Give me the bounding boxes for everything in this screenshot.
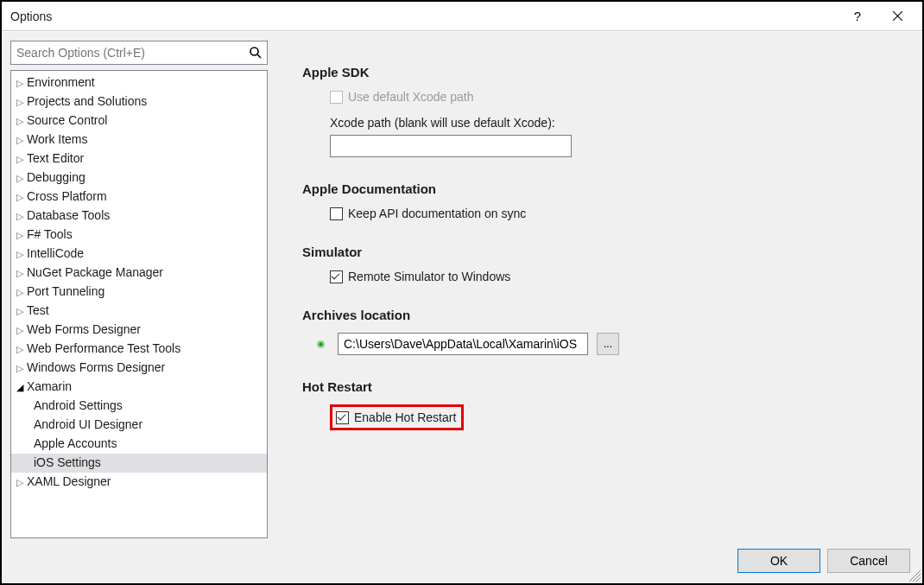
svg-point-0	[250, 48, 258, 55]
xcode-path-label: Xcode path (blank will use default Xcode…	[330, 116, 896, 130]
archives-path-input[interactable]	[338, 333, 588, 355]
tree-item-debugging[interactable]: ▷Debugging	[11, 169, 267, 188]
help-button[interactable]: ?	[838, 3, 877, 30]
section-archives: Archives location	[302, 308, 896, 322]
section-hot-restart: Hot Restart	[302, 379, 896, 394]
tree-item-android-ui[interactable]: Android UI Designer	[11, 416, 267, 435]
tree-item-web-perf[interactable]: ▷Web Performance Test Tools	[11, 340, 267, 359]
tree-item-web-forms[interactable]: ▷Web Forms Designer	[11, 321, 267, 340]
enable-hot-restart-label: Enable Hot Restart	[354, 410, 456, 424]
tree-item-intellicode[interactable]: ▷IntelliCode	[11, 245, 267, 264]
tree-item-ios-settings[interactable]: iOS Settings	[11, 454, 267, 473]
xcode-path-input[interactable]	[330, 135, 572, 157]
close-button[interactable]	[877, 3, 917, 30]
tree-item-test[interactable]: ▷Test	[11, 302, 267, 321]
tree-item-apple-accounts[interactable]: Apple Accounts	[11, 435, 267, 454]
dialog-footer: OK Cancel	[2, 538, 922, 583]
tree-item-text-editor[interactable]: ▷Text Editor	[11, 149, 267, 169]
remote-simulator-label: Remote Simulator to Windows	[348, 270, 510, 283]
titlebar: Options ?	[2, 2, 922, 31]
nav-panel: ▷Environment ▷Projects and Solutions ▷So…	[10, 41, 268, 538]
tree-item-xamarin[interactable]: ◢Xamarin	[11, 378, 267, 397]
tree-item-xaml-designer[interactable]: ▷XAML Designer	[11, 473, 267, 492]
tree-item-android-settings[interactable]: Android Settings	[11, 397, 267, 416]
search-box	[10, 41, 268, 65]
keep-api-sync-label: Keep API documentation on sync	[348, 207, 526, 220]
tree-item-database-tools[interactable]: ▷Database Tools	[11, 207, 267, 226]
tree-item-winforms[interactable]: ▷Windows Forms Designer	[11, 359, 267, 378]
tree-item-environment[interactable]: ▷Environment	[11, 73, 267, 92]
status-dot-icon	[318, 341, 324, 347]
use-default-xcode-checkbox	[330, 91, 343, 104]
tree-item-fsharp[interactable]: ▷F# Tools	[11, 226, 267, 245]
window-title: Options	[10, 10, 52, 23]
hot-restart-highlight: Enable Hot Restart	[330, 404, 464, 430]
cancel-button[interactable]: Cancel	[827, 549, 910, 573]
section-simulator: Simulator	[302, 245, 896, 259]
tree-item-work-items[interactable]: ▷Work Items	[11, 130, 267, 149]
keep-api-sync-checkbox[interactable]	[330, 207, 343, 220]
remote-simulator-checkbox[interactable]	[330, 270, 343, 283]
tree-item-nuget[interactable]: ▷NuGet Package Manager	[11, 264, 267, 283]
section-apple-doc: Apple Documentation	[302, 181, 896, 196]
section-apple-sdk: Apple SDK	[302, 65, 896, 79]
svg-line-1	[257, 54, 261, 58]
archives-browse-button[interactable]: ...	[597, 333, 619, 355]
tree-item-cross-platform[interactable]: ▷Cross Platform	[11, 188, 267, 207]
search-input[interactable]	[10, 41, 268, 65]
tree-item-source-control[interactable]: ▷Source Control	[11, 111, 267, 130]
enable-hot-restart-checkbox[interactable]	[336, 411, 349, 424]
search-icon[interactable]	[247, 44, 264, 61]
close-icon	[893, 11, 902, 21]
ok-button[interactable]: OK	[737, 549, 820, 573]
use-default-xcode-label: Use default Xcode path	[348, 90, 474, 104]
resize-grip-icon[interactable]	[908, 569, 921, 582]
tree-item-projects[interactable]: ▷Projects and Solutions	[11, 92, 267, 111]
options-tree[interactable]: ▷Environment ▷Projects and Solutions ▷So…	[10, 70, 268, 538]
settings-panel: Apple SDK Use default Xcode path Xcode p…	[276, 41, 914, 538]
tree-item-port-tunneling[interactable]: ▷Port Tunneling	[11, 283, 267, 302]
